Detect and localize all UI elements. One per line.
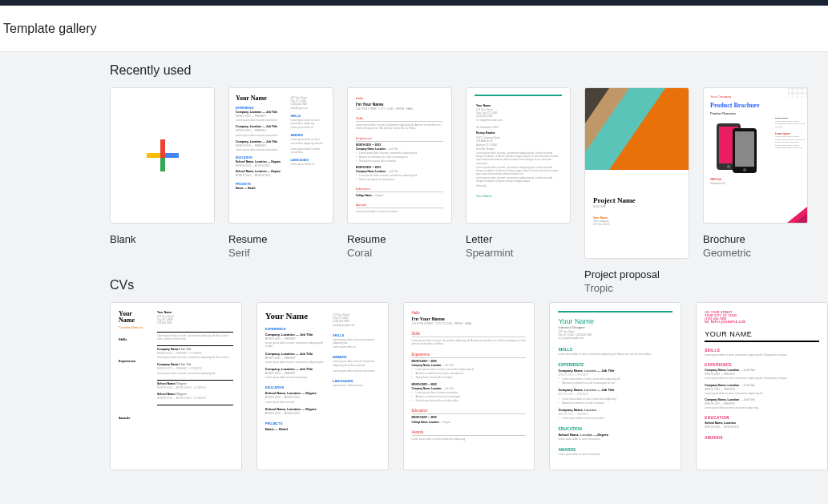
template-name: Brochure (703, 233, 808, 245)
template-thumb-proposal[interactable]: Project Name 09.04.20XX Your Name Your C… (584, 87, 689, 259)
svg-rect-0 (160, 139, 165, 153)
svg-point-14 (743, 168, 746, 171)
template-name: Blank (110, 233, 215, 245)
recent-templates-row: Blank Your Name EXPERIENCE Company, Loca… (0, 87, 828, 259)
template-subtitle: Spearmint (466, 247, 571, 259)
template-brochure[interactable]: Your Company Product Brochure Product Ov… (703, 87, 808, 259)
template-subtitle: Geometric (703, 247, 808, 259)
template-name: Resume (347, 233, 452, 245)
template-name: Project proposal (584, 268, 689, 280)
template-cv-spearmint[interactable]: Your Name Industrial Designer 123 Your S… (549, 302, 681, 470)
template-thumb-resume-coral[interactable]: Hello I'm Your Name 123 YOUR STREET · CI… (347, 87, 452, 224)
template-thumb-resume-serif[interactable]: Your Name EXPERIENCE Company, Location —… (228, 87, 333, 224)
template-subtitle: Tropic (584, 282, 689, 294)
cv-templates-row: YourName Creative Director Skills Experi… (0, 302, 828, 470)
svg-rect-4 (160, 153, 165, 158)
svg-rect-1 (165, 153, 179, 158)
template-cv-swiss[interactable]: YourName Creative Director Skills Experi… (110, 302, 242, 470)
section-title-recent: Recently used (110, 63, 828, 78)
template-name: Resume (228, 233, 333, 245)
template-subtitle: Serif (228, 247, 333, 259)
plus-icon (111, 88, 214, 223)
content-area: Recently used Blank (0, 52, 828, 470)
template-subtitle: Coral (347, 247, 452, 259)
page-title: Template gallery (3, 22, 97, 36)
template-cv-coral[interactable]: Hello I'm Your Name 123 YOUR STREET · CI… (403, 302, 535, 470)
template-thumb-letter[interactable]: Your Name 123 Your StreetYour City, ST 1… (466, 87, 571, 224)
template-thumb-brochure[interactable]: Your Company Product Brochure Product Ov… (703, 87, 808, 224)
template-name: Letter (466, 233, 571, 245)
template-blank[interactable]: Blank (110, 87, 215, 259)
template-resume-serif[interactable]: Your Name EXPERIENCE Company, Location —… (228, 87, 333, 259)
page-header: Template gallery (0, 6, 828, 52)
template-cv-modern[interactable]: 123 YOUR STREETYOUR CITY, ST 12345(123) … (696, 302, 828, 470)
svg-point-11 (727, 165, 730, 168)
svg-rect-2 (160, 158, 165, 171)
template-thumb-blank[interactable] (110, 87, 215, 224)
template-project-proposal[interactable]: Project Name 09.04.20XX Your Name Your C… (584, 87, 689, 259)
template-cv-serif[interactable]: Your Name EXPERIENCE Company, Location —… (256, 302, 389, 470)
section-title-cvs: CVs (110, 278, 828, 292)
template-resume-coral[interactable]: Hello I'm Your Name 123 YOUR STREET · CI… (347, 87, 452, 259)
svg-rect-13 (735, 131, 754, 167)
window-topbar (0, 0, 828, 6)
svg-rect-3 (147, 153, 160, 158)
template-letter-spearmint[interactable]: Your Name 123 Your StreetYour City, ST 1… (466, 87, 571, 259)
